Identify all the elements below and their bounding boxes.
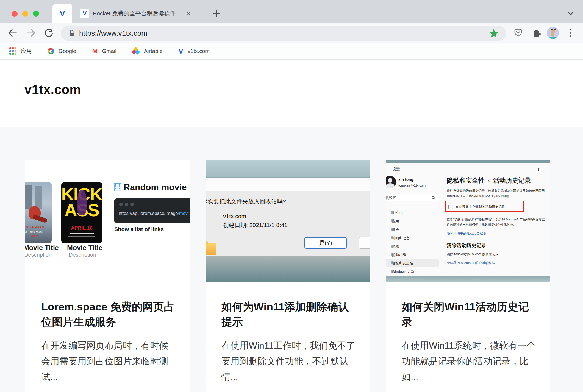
nav-item-windows-update: Windows 更新 bbox=[392, 269, 414, 274]
desktop-band-top bbox=[206, 160, 370, 178]
reload-button[interactable] bbox=[43, 28, 54, 38]
code-block: https://api.lorem.space/image/movi bbox=[114, 198, 190, 223]
forward-button[interactable] bbox=[26, 29, 36, 37]
settings-breadcrumb: 隐私和安全性 › 活动历史记录 bbox=[447, 176, 546, 185]
v1tx-favicon[interactable]: V bbox=[179, 47, 183, 55]
google-favicon[interactable] bbox=[48, 48, 54, 54]
avatar-cat-ear bbox=[554, 28, 557, 30]
movie-caption-desc: Description bbox=[69, 252, 96, 258]
pocket-extension-icon[interactable] bbox=[513, 28, 523, 38]
film-icon bbox=[114, 183, 121, 191]
post-title[interactable]: 如何关闭Win11活动历史记录 bbox=[402, 299, 535, 329]
nav-item-accounts: 帐户 bbox=[392, 227, 399, 232]
folder-icon bbox=[206, 243, 216, 255]
bookmark-star-icon[interactable] bbox=[489, 29, 498, 38]
nav-item-time-language: 时间和语言 bbox=[392, 236, 410, 241]
avatar-cat-body bbox=[551, 33, 554, 37]
post-card-win11-activity-history[interactable]: 设置 xin tong tongxin@v1tx.com 查找设置 bbox=[386, 160, 550, 392]
code-url-blue: /movi bbox=[178, 211, 189, 216]
avatar-ground bbox=[549, 37, 557, 39]
tab-search-chevron-icon[interactable] bbox=[567, 10, 575, 17]
settings-avatar bbox=[386, 176, 396, 188]
kick-ass-poster: KICK- ASS APRIL 16 bbox=[61, 182, 102, 243]
post-title[interactable]: Lorem.space 免费的网页占位图片生成服务 bbox=[41, 299, 175, 329]
settings-divider bbox=[441, 204, 441, 278]
clear-history-heading: 清除活动历史记录 bbox=[447, 242, 486, 249]
bookmark-gmail[interactable]: Gmail bbox=[102, 48, 116, 54]
apps-grid-icon[interactable] bbox=[9, 47, 16, 55]
avatar-cat-ear bbox=[551, 28, 553, 30]
bookmarks-bar: 应用 Google M Gmail Airtable V v1tx.com bbox=[0, 43, 583, 60]
tab-title: Pocket 免费的全平台稍后读软件 bbox=[93, 10, 184, 17]
movie-caption-title: Movie Title bbox=[67, 244, 102, 252]
post-excerpt: 在使用Win11工作时，我们免不了要用到删除文件功能，不过默认情... bbox=[221, 338, 356, 385]
nav-item-overflow: .. bbox=[392, 203, 394, 207]
settings-para2: 查看"了解详细信息"和"隐私声明"，以了解 Microsoft 产品和服务在尊重… bbox=[447, 217, 545, 227]
spiderman-poster: SPIDER-MAN Far From Home JULY bbox=[25, 182, 52, 243]
post-image-win11-dialog: 确实要把此文件夹放入回收站吗? v1tx.com 创建日期: 2021/11/1… bbox=[206, 160, 370, 282]
dialog-titlebar bbox=[206, 178, 370, 191]
post-title[interactable]: 如何为Win11添加删除确认提示 bbox=[221, 299, 355, 329]
account-name: xin tong bbox=[398, 177, 413, 182]
posts-section: SPIDER-MAN Far From Home JULY KICK- ASS … bbox=[0, 127, 583, 392]
url-text[interactable]: https://www.v1tx.com bbox=[79, 29, 147, 38]
store-history-checkbox bbox=[448, 205, 453, 209]
clear-history-text: 清除 tongxin@v1tx.com 的历史记录 bbox=[447, 252, 499, 257]
bookmark-airtable[interactable]: Airtable bbox=[144, 48, 163, 54]
movie-caption-desc: Description bbox=[25, 252, 52, 258]
post-image-win11-settings: 设置 xin tong tongxin@v1tx.com 查找设置 bbox=[386, 160, 550, 282]
tab-pinned-active[interactable]: V bbox=[52, 4, 72, 23]
post-image-lorem-space: SPIDER-MAN Far From Home JULY KICK- ASS … bbox=[25, 160, 190, 282]
minimize-icon bbox=[529, 170, 532, 170]
kick-ass-figure bbox=[77, 190, 87, 215]
search-icon bbox=[432, 196, 435, 200]
gmail-favicon[interactable]: M bbox=[92, 47, 98, 55]
address-bar[interactable]: https://www.v1tx.com bbox=[61, 26, 506, 41]
tab-divider bbox=[207, 8, 207, 19]
checkbox-label: 在此设备上存储我的活动历史记录 bbox=[456, 205, 505, 209]
bookmark-apps[interactable]: 应用 bbox=[21, 47, 32, 55]
page-title: v1tx.com bbox=[24, 82, 81, 97]
settings-window: 设置 xin tong tongxin@v1tx.com 查找设置 bbox=[386, 163, 550, 276]
movie-caption-title: Movie Title bbox=[25, 244, 59, 252]
bookmark-v1tx[interactable]: v1tx.com bbox=[188, 48, 210, 54]
close-tab-icon[interactable] bbox=[186, 11, 191, 16]
minimize-window-button[interactable] bbox=[22, 11, 28, 17]
browser-window: V V Pocket 免费的全平台稍后读软件 https://www.v1tx.… bbox=[0, 0, 583, 392]
settings-search-input: 查找设置 bbox=[386, 194, 438, 201]
tab-strip: V V Pocket 免费的全平台稍后读软件 bbox=[0, 0, 583, 23]
nav-item-privacy-security: 隐私和安全性 bbox=[392, 261, 413, 266]
post-excerpt: 在使用Win11系统时，微软有一个功能就是记录你的活动记录，比如... bbox=[402, 338, 536, 385]
folder-name: v1tx.com bbox=[223, 213, 246, 220]
yes-button: 是(Y) bbox=[304, 237, 347, 249]
no-button-cropped bbox=[359, 237, 370, 249]
new-tab-button[interactable] bbox=[212, 9, 221, 18]
post-card-lorem-space[interactable]: SPIDER-MAN Far From Home JULY KICK- ASS … bbox=[25, 160, 190, 392]
dialog-question: 确实要把此文件夹放入回收站吗? bbox=[206, 198, 286, 205]
profile-avatar[interactable] bbox=[547, 27, 559, 39]
nav-item-accessibility: 辅助功能 bbox=[392, 253, 406, 257]
post-card-win11-delete-confirm[interactable]: 确实要把此文件夹放入回收站吗? v1tx.com 创建日期: 2021/11/1… bbox=[206, 160, 370, 392]
extensions-puzzle-icon[interactable] bbox=[531, 28, 542, 38]
account-email: tongxin@v1tx.com bbox=[398, 183, 426, 188]
tab-pocket-article[interactable]: V Pocket 免费的全平台稍后读软件 bbox=[76, 4, 203, 23]
bookmark-google[interactable]: Google bbox=[59, 48, 76, 54]
browser-menu-icon[interactable] bbox=[569, 28, 572, 38]
maximize-window-button[interactable] bbox=[33, 11, 39, 17]
code-url-gray: https://api.lorem.space/image bbox=[119, 211, 178, 216]
post-excerpt: 在开发编写网页布局时，有时候会用需要用到占位图片来临时测试... bbox=[41, 338, 176, 385]
nav-item-apps: 应用 bbox=[392, 219, 399, 224]
desktop-band-bottom bbox=[206, 256, 370, 282]
settings-para1: 通过存储你的活动历史记录，包括有关你浏览的网站以及如何使用应用和服务的信息，跳转… bbox=[447, 188, 545, 199]
close-window-button[interactable] bbox=[12, 11, 18, 17]
folder-created-date: 创建日期: 2021/11/1 8:41 bbox=[223, 221, 287, 229]
airtable-favicon[interactable] bbox=[132, 48, 140, 54]
desktop-band-top bbox=[386, 160, 550, 163]
back-button[interactable] bbox=[8, 29, 18, 37]
v1tx-favicon: V bbox=[80, 9, 89, 18]
highlight-red-box: 在此设备上存储我的活动历史记录 bbox=[445, 201, 524, 212]
privacy-statement-link: 隐私声明中的活动历史记录 bbox=[447, 231, 486, 236]
toolbar: https://www.v1tx.com bbox=[0, 23, 583, 43]
manage-account-link: 管理我的 Microsoft 帐户活动数据 bbox=[447, 261, 495, 265]
secure-lock-icon[interactable] bbox=[68, 29, 75, 37]
